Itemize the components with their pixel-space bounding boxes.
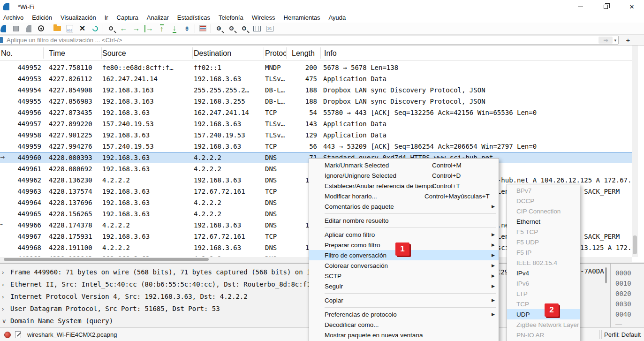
submenu-item[interactable]: LTP [507, 288, 580, 299]
submenu-item[interactable]: ZigBee Network Layer [507, 319, 580, 330]
context-menu-item[interactable]: Colorear conversación ▶ [309, 260, 499, 271]
column-divider[interactable] [320, 47, 321, 59]
column-divider[interactable] [264, 47, 264, 59]
menu-item[interactable]: Edición [28, 13, 56, 23]
add-filter-button[interactable]: + [624, 36, 632, 45]
expert-info-icon[interactable] [4, 332, 11, 338]
context-menu-item[interactable]: Establecer/Anular referencia de tiempo C… [309, 181, 499, 191]
packet-row[interactable]: 449959 4227.994276 157.240.19.53 192.168… [0, 141, 632, 152]
details-scrollbar-thumb[interactable] [605, 267, 607, 283]
submenu-item[interactable]: F5 TCP [507, 227, 580, 237]
display-filter-field[interactable]: ➡ ▾ [0, 36, 619, 45]
context-menu-item[interactable]: Seguir ▶ [309, 281, 499, 291]
context-menu-item[interactable] [309, 226, 499, 229]
reset-layout-icon[interactable]: 1/1 [263, 23, 276, 34]
context-menu-item[interactable] [309, 291, 499, 295]
context-menu-item[interactable]: Mark/Unmark Selected Control+M [309, 160, 499, 170]
column-divider[interactable] [43, 47, 44, 59]
capture-comment-icon[interactable] [15, 331, 21, 338]
menu-item[interactable]: Wireless [248, 13, 280, 23]
horizontal-scrollbar-thumb[interactable] [4, 258, 209, 261]
expand-arrow-icon[interactable]: › [2, 305, 10, 312]
menu-item[interactable]: Estadísticas [173, 13, 214, 23]
auto-scroll-icon[interactable]: ⇟ [181, 23, 193, 34]
submenu-item[interactable]: TCP [507, 299, 580, 309]
filter-dropdown-caret-icon[interactable]: ▾ [614, 38, 616, 43]
packet-row[interactable]: 449952 4227.758110 fe80::e68d:8cff:f… ff… [0, 62, 632, 73]
menu-item[interactable]: Visualización [56, 13, 100, 23]
reload-file-icon[interactable] [89, 23, 101, 34]
find-packet-icon[interactable] [105, 23, 117, 34]
context-menu-item[interactable]: Editar nombre resuelto [309, 215, 499, 226]
submenu-item[interactable]: BPv7 [507, 185, 580, 196]
zoom-in-icon[interactable]: + [212, 23, 225, 34]
submenu-item[interactable]: Ethernet [507, 216, 580, 227]
menu-item[interactable]: Telefonía [214, 13, 248, 23]
context-menu-item[interactable]: Modificar horario... Control+Mayúsculas+… [309, 191, 499, 201]
zoom-out-icon[interactable]: − [225, 23, 238, 34]
restart-capture-icon[interactable] [22, 23, 35, 34]
submenu-item[interactable]: F5 UDP [507, 237, 580, 247]
column-header-source[interactable]: Source [102, 49, 190, 58]
expand-arrow-icon[interactable]: › [2, 281, 10, 288]
zoom-original-icon[interactable]: 1 [238, 23, 250, 34]
context-menu-item[interactable]: SCTP ▶ [309, 271, 499, 281]
go-back-icon[interactable]: ← [117, 23, 130, 34]
menu-item[interactable]: Analizar [143, 13, 173, 23]
packet-row[interactable]: 449954 4227.854908 192.168.3.163 255.255… [0, 84, 632, 96]
submenu-item[interactable]: CIP Connection [507, 206, 580, 216]
context-menu-item[interactable]: Copiar ▶ [309, 295, 499, 305]
submenu-item[interactable]: IEEE 802.15.4 [507, 258, 580, 268]
context-menu-item[interactable] [309, 305, 499, 309]
save-file-icon[interactable]: 010 [63, 23, 76, 34]
apply-filter-button[interactable]: ➡ [599, 37, 613, 44]
menu-item[interactable]: Archivo [0, 13, 28, 23]
column-header-protocol[interactable]: Protocol [265, 49, 286, 58]
packet-row[interactable]: 449955 4227.856983 192.168.3.163 192.168… [0, 96, 632, 107]
context-menu-item[interactable]: Decodificar como... [309, 319, 499, 330]
start-capture-icon[interactable] [0, 23, 9, 34]
expand-arrow-icon[interactable]: › [2, 293, 10, 300]
expand-arrow-icon[interactable]: ∨ [2, 318, 10, 325]
menu-item[interactable]: Captura [113, 13, 143, 23]
go-first-packet-icon[interactable]: ↑ [155, 23, 168, 34]
go-forward-icon[interactable]: → [130, 23, 143, 34]
packet-row[interactable]: 449956 4227.873435 192.168.3.63 162.247.… [0, 107, 632, 118]
close-button[interactable]: × [621, 0, 643, 13]
packet-list-vertical-scrollbar[interactable] [632, 45, 638, 257]
go-to-packet-icon[interactable]: → [143, 23, 155, 34]
packet-row[interactable]: 449953 4227.826112 162.247.241.14 192.16… [0, 73, 632, 84]
menu-item[interactable]: Ayuda [325, 13, 350, 23]
column-divider[interactable] [101, 47, 102, 59]
colorize-packets-icon[interactable] [197, 23, 209, 34]
context-menu-item[interactable]: Mostrar paquete en nueva ventana [309, 330, 499, 340]
submenu-item[interactable]: F5 IP [507, 247, 580, 258]
display-filter-input[interactable] [3, 37, 599, 44]
submenu-item[interactable]: IPv4 [507, 268, 580, 278]
context-menu-item[interactable]: Preferencias de protocolo ▶ [309, 309, 499, 319]
packet-row[interactable]: 449958 4227.901225 192.168.3.63 157.240.… [0, 129, 632, 141]
capture-options-icon[interactable] [35, 23, 47, 34]
resize-columns-icon[interactable] [250, 23, 263, 34]
stop-capture-icon[interactable] [9, 23, 22, 34]
open-file-icon[interactable] [51, 23, 63, 34]
close-file-icon[interactable]: ✕ [76, 23, 89, 34]
column-divider[interactable] [286, 47, 287, 59]
context-menu-item[interactable]: Aplicar como filtro ▶ [309, 229, 499, 240]
restore-button[interactable] [595, 0, 616, 13]
submenu-item[interactable]: UDP [507, 309, 580, 319]
column-header-time[interactable]: Time [49, 49, 99, 58]
expand-arrow-icon[interactable]: › [2, 269, 10, 276]
context-menu-item[interactable]: Ignore/Unignore Selected Control+D [309, 170, 499, 181]
column-header-info[interactable]: Info [324, 49, 465, 58]
submenu-item[interactable]: PN-IO AR [507, 330, 580, 340]
submenu-item[interactable]: DCCP [507, 196, 580, 206]
context-menu-item[interactable] [309, 212, 499, 215]
go-last-packet-icon[interactable]: ↓ [168, 23, 181, 34]
column-header-no[interactable]: No. [1, 49, 41, 58]
vertical-scrollbar-thumb[interactable] [633, 235, 637, 254]
column-divider[interactable] [192, 47, 193, 59]
menu-item[interactable]: Herramientas [280, 13, 325, 23]
column-header-destination[interactable]: Destination [194, 49, 262, 58]
context-menu-item[interactable]: Comentarios de paquete ▶ [309, 201, 499, 212]
